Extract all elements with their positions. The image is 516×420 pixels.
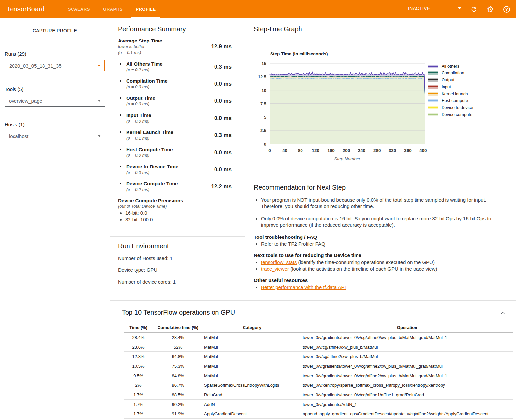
hosts-select-value: localhost [9, 133, 28, 139]
faq-item: Refer to the TF2 Profiler FAQ [261, 241, 503, 247]
svg-text:200: 200 [343, 148, 350, 153]
legend-label: Device compute [442, 112, 472, 117]
table-cell: MatMul [203, 361, 301, 371]
table-cell: 12.8% [124, 352, 153, 361]
svg-text:280: 280 [373, 148, 381, 153]
table-cell: ReluGrad [203, 390, 301, 400]
table-cell: tower_0/v/cg/affine2/xw_plus_b/MatMul [301, 352, 513, 361]
svg-text:0: 0 [264, 142, 266, 147]
recommendation-card: Recommendation for Next Step Your progra… [245, 177, 516, 300]
tab-profile[interactable]: PROFILE [133, 0, 158, 18]
table-cell: tower_0/v/gradients/tower_0/v/cg/affine2… [301, 371, 513, 380]
metric-sigma: (σ = 0.0 ms) [126, 170, 178, 176]
metric-sigma: (σ = 0.1 ms) [126, 135, 173, 141]
metrics-list: Average Step Timelower is better(σ = 0.1… [118, 38, 232, 193]
svg-text:240: 240 [358, 148, 365, 153]
metric-value: 0.3 ms [195, 64, 232, 70]
tab-graphs[interactable]: GRAPHS [100, 0, 125, 18]
precision-item: 32-bit: 100.0 [125, 216, 232, 223]
svg-text:400: 400 [419, 148, 427, 153]
help-icon[interactable]: ? [503, 5, 511, 13]
topbar-controls: INACTIVE ⚙ ? [408, 0, 511, 18]
metric-value: 0.0 ms [195, 166, 232, 173]
metric-name: Average Step Time [118, 38, 162, 44]
svg-text:2.5: 2.5 [260, 128, 266, 133]
metric-note: lower is better [118, 44, 162, 50]
capture-profile-button[interactable]: CAPTURE PROFILE [28, 25, 82, 36]
svg-text:160: 160 [327, 148, 335, 153]
precisions-note: (out of Total Device Time) [118, 203, 232, 209]
recommendation-bullet: Your program is NOT input-bound because … [261, 197, 503, 209]
bullet-dot [120, 166, 121, 167]
collapse-chevron-up-icon[interactable] [500, 310, 505, 316]
metric-row: Compilation Time(σ = 0.0 ms)0.0 ms [118, 78, 232, 90]
svg-text:12.5: 12.5 [258, 74, 266, 79]
table-cell: tower_0/v/xentropy/sparse_softmax_cross_… [301, 380, 513, 390]
table-cell: append_apply_gradient_ops/GradientDescen… [301, 409, 513, 419]
refresh-icon[interactable] [470, 5, 478, 13]
svg-text:360: 360 [404, 148, 412, 153]
legend-item: Output [428, 76, 473, 83]
legend-label: Compilation [442, 70, 464, 75]
metric-sigma: (σ = 0.2 ms) [126, 187, 178, 193]
metric-row: Kernel Launch Time(σ = 0.1 ms)0.3 ms [118, 129, 232, 141]
runs-select[interactable]: 2020_03_05_18_31_35 [5, 60, 105, 71]
column-header: Category [203, 323, 301, 333]
table-row: 9.5%84.8%MatMultower_0/v/gradients/tower… [124, 371, 513, 380]
run-environment-line: Number of device cores: 1 [118, 279, 238, 285]
legend-item: Input [428, 83, 473, 90]
table-cell: 1.7% [124, 390, 153, 400]
recommendation-title: Recommendation for Next Step [254, 184, 503, 191]
table-cell: 88.5% [153, 390, 203, 400]
bullet-dot [120, 183, 121, 184]
performance-summary-card: Performance Summary Average Step Timelow… [110, 18, 245, 237]
step-time-chart-svg: 02.557.51012.515040801201602002402803203… [257, 49, 442, 163]
status-dropdown[interactable]: INACTIVE [408, 6, 461, 13]
run-environment-line: Number of Hosts used: 1 [118, 255, 238, 261]
metric-row: Device to Device Time(σ = 0.0 ms)0.0 ms [118, 163, 232, 176]
top-ops-table: Time (%)Cumulative time (%)CategoryOpera… [124, 323, 513, 419]
metric-row: Average Step Timelower is better(σ = 0.1… [118, 38, 232, 56]
bullet-dot [120, 97, 121, 99]
next-tool-item: trace_viewer (look at the activities on … [261, 266, 503, 272]
legend-item: Device to device [428, 104, 473, 111]
legend-swatch [428, 65, 438, 68]
legend-label: Host compute [442, 98, 468, 103]
metric-value: 0.0 ms [195, 81, 232, 87]
table-cell: 1.7% [124, 400, 153, 409]
precision-item: 16-bit: 0.0 [125, 210, 232, 216]
tab-scalars[interactable]: SCALARS [65, 0, 93, 18]
table-cell: MatMul [203, 342, 301, 352]
resource-link[interactable]: Better performance with the tf.data API [261, 284, 346, 290]
tool-link[interactable]: tensorflow_stats [261, 259, 297, 265]
metric-name: Host Compute Time [126, 146, 173, 153]
table-row: 23.6%52%MatMultower_0/v/cg/affine0/xw_pl… [124, 342, 513, 352]
table-cell: 52% [153, 342, 203, 352]
tools-select[interactable]: overview_page [5, 95, 105, 107]
table-row: 1.7%90.2%AddNtower_0/v/gradients/AddN_1 [124, 400, 513, 409]
bullet-dot [120, 114, 121, 116]
gear-icon[interactable]: ⚙ [486, 5, 494, 13]
svg-text:15: 15 [262, 61, 266, 66]
hosts-select[interactable]: localhost [5, 130, 105, 142]
table-row: 2%86.7%SparseSoftmaxCrossEntropyWithLogi… [124, 380, 513, 390]
svg-text:Step Number: Step Number [334, 156, 360, 161]
metric-sigma: (σ = 0.0 ms) [126, 118, 151, 124]
tool-link[interactable]: trace_viewer [261, 266, 289, 272]
svg-text:7.5: 7.5 [260, 101, 266, 106]
table-cell: 90.2% [153, 400, 203, 409]
metric-name: Output Time [126, 95, 155, 101]
metric-row: All Others Time(σ = 0.2 ms)0.3 ms [118, 61, 232, 73]
legend-swatch [428, 99, 438, 102]
run-environment-card: Run Environment Number of Hosts used: 1D… [110, 237, 245, 300]
table-cell: ApplyGradientDescent [203, 409, 301, 419]
table-row: 1.7%88.5%ReluGradtower_0/v/gradients/tow… [124, 390, 513, 400]
table-row: 12.8%64.8%MatMultower_0/v/cg/affine2/xw_… [124, 352, 513, 361]
run-environment-line: Device type: GPU [118, 267, 238, 273]
table-cell: MatMul [203, 371, 301, 380]
precisions-title: Device Compute Precisions [118, 198, 232, 203]
metric-name: Kernel Launch Time [126, 129, 173, 135]
table-cell: SparseSoftmaxCrossEntropyWithLogits [203, 380, 301, 390]
top-bar: TensorBoard SCALARSGRAPHSPROFILE INACTIV… [0, 0, 516, 18]
top-ops-title: Top 10 TensorFlow operations on GPU [120, 309, 516, 316]
